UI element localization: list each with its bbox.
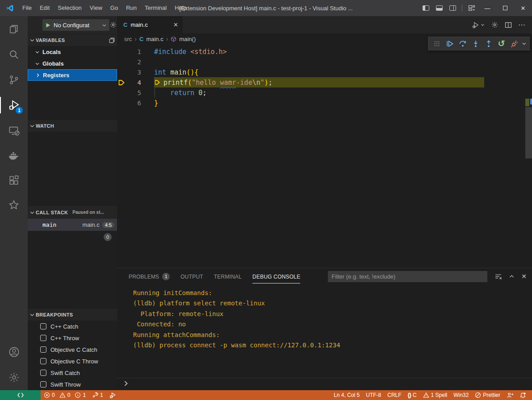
settings-gear-icon[interactable] (491, 21, 498, 29)
cursor-position[interactable]: Ln 4, Col 5 (331, 390, 363, 400)
tools-status[interactable]: 1 (89, 390, 106, 400)
step-over-icon[interactable] (457, 38, 468, 50)
run-or-debug-icon[interactable] (472, 21, 485, 29)
source-control-icon[interactable] (0, 67, 28, 92)
configure-gear-icon[interactable] (109, 21, 117, 29)
toggle-secondary-sidebar-icon[interactable] (446, 0, 459, 16)
notifications-bell-icon[interactable] (516, 390, 529, 400)
scrollbar-slider[interactable] (525, 107, 532, 158)
code-line-5[interactable]: 5 return 0; (117, 88, 532, 98)
console-input-row[interactable] (117, 378, 532, 389)
breakpoint-row[interactable]: Objective C Throw (28, 355, 117, 367)
star-icon[interactable] (0, 192, 28, 217)
close-tab-icon[interactable]: ✕ (173, 21, 178, 28)
eol-indicator[interactable]: CRLF (384, 390, 404, 400)
checkbox[interactable] (40, 346, 46, 353)
spell-checker-status[interactable]: 1 Spell (420, 390, 451, 400)
checkbox[interactable] (40, 381, 46, 388)
code-line-3[interactable]: 3 int main(){ (117, 67, 532, 77)
checkbox[interactable] (40, 358, 46, 364)
remote-explorer-icon[interactable] (0, 118, 28, 143)
breadcrumb-folder[interactable]: src (124, 36, 132, 42)
breakpoints-section-header[interactable]: BREAKPOINTS (28, 308, 117, 321)
menu-selection[interactable]: Selection (54, 0, 85, 16)
split-editor-icon[interactable] (505, 21, 512, 29)
scope-globals[interactable]: Globals (28, 58, 117, 69)
explorer-icon[interactable] (0, 16, 28, 42)
tab-terminal[interactable]: TERMINAL (214, 268, 242, 284)
breakpoint-row[interactable]: Objective C Catch (28, 344, 117, 355)
extensions-icon[interactable] (0, 168, 28, 192)
debug-status[interactable] (106, 390, 119, 400)
run-and-debug-icon[interactable]: 1 (0, 92, 28, 118)
launch-config-dropdown[interactable]: No Configurat (42, 19, 109, 31)
drag-handle-icon[interactable] (431, 38, 442, 50)
checkbox[interactable] (40, 335, 46, 341)
breakpoint-label: Objective C Catch (50, 346, 97, 353)
breakpoint-row[interactable]: Swift Catch (28, 367, 117, 379)
clear-console-icon[interactable] (494, 273, 502, 280)
checkbox[interactable] (40, 370, 46, 376)
remote-indicator[interactable] (0, 390, 41, 400)
overview-ruler[interactable] (525, 44, 532, 268)
restart-icon[interactable]: ↺ (496, 38, 507, 50)
breadcrumb-symbol[interactable]: main() (179, 36, 196, 42)
tab-output[interactable]: OUTPUT (180, 268, 203, 284)
tab-main-c[interactable]: C main.c ✕ (117, 16, 183, 33)
disconnect-icon[interactable] (509, 38, 520, 50)
breadcrumb-file[interactable]: main.c (146, 36, 163, 42)
editor-group: C main.c ✕ ⋯ src (117, 16, 532, 268)
code-line-4-current[interactable]: 4 printf("hello wamr-ide\n"); (117, 77, 532, 88)
breakpoint-row[interactable]: C++ Throw (28, 332, 117, 344)
menu-edit[interactable]: Edit (36, 0, 54, 16)
tab-debug-console[interactable]: DEBUG CONSOLE (252, 268, 300, 284)
minimize-button[interactable]: — (478, 0, 496, 16)
call-stack-section-header[interactable]: CALL STACK Paused on st... (28, 205, 117, 219)
step-into-icon[interactable] (470, 38, 481, 50)
watch-section-header[interactable]: WATCH (28, 120, 117, 132)
chevron-down-icon[interactable] (522, 41, 527, 46)
maximize-button[interactable] (496, 0, 514, 16)
code-line-6[interactable]: 6 } (117, 98, 532, 108)
menu-file[interactable]: File (18, 0, 36, 16)
feedback-icon[interactable] (503, 390, 516, 400)
docker-icon[interactable] (0, 143, 28, 168)
toggle-sidebar-icon[interactable] (419, 0, 432, 16)
code-line-2[interactable]: 2 (117, 57, 532, 67)
more-actions-icon[interactable]: ⋯ (518, 21, 526, 29)
platform-indicator[interactable]: Win32 (450, 390, 472, 400)
start-debug-icon[interactable] (45, 22, 51, 28)
menu-terminal[interactable]: Terminal (141, 0, 171, 16)
scope-locals[interactable]: Locals (28, 46, 117, 58)
tab-problems[interactable]: PROBLEMS 1 (129, 268, 170, 284)
debug-toolbar[interactable]: ↺ (428, 37, 530, 50)
variables-section-header[interactable]: VARIABLES (28, 34, 117, 46)
search-icon[interactable] (0, 42, 28, 67)
account-icon[interactable] (0, 339, 28, 365)
stack-frame-row[interactable]: main main.c 4:5 (28, 219, 117, 231)
encoding-indicator[interactable]: UTF-8 (363, 390, 384, 400)
problems-status[interactable]: 0 0 1 (41, 390, 89, 400)
debug-console-output[interactable]: Running initCommands: (lldb) platform se… (133, 288, 523, 350)
continue-icon[interactable] (444, 38, 455, 50)
menu-go[interactable]: Go (106, 0, 122, 16)
step-out-icon[interactable] (483, 38, 494, 50)
breakpoint-row[interactable]: Swift Throw (28, 379, 117, 390)
language-mode[interactable]: {} C (405, 390, 420, 400)
close-button[interactable]: ✕ (514, 0, 532, 16)
toggle-panel-icon[interactable] (432, 0, 446, 16)
settings-gear-icon[interactable] (0, 365, 28, 390)
maximize-panel-icon[interactable] (509, 274, 515, 279)
checkbox[interactable] (40, 323, 46, 329)
menu-run[interactable]: Run (122, 0, 141, 16)
console-filter-input[interactable] (328, 271, 487, 282)
code-area[interactable]: 1 #include <stdio.h> 2 3 int main(){ 4 p… (117, 44, 532, 268)
customize-layout-icon[interactable] (465, 0, 478, 16)
copy-icon[interactable] (109, 37, 115, 44)
menu-help[interactable]: Help (171, 0, 191, 16)
scope-registers[interactable]: Registers (28, 69, 117, 81)
breakpoint-row[interactable]: C++ Catch (28, 321, 117, 332)
formatter-status[interactable]: Prettier (472, 390, 503, 400)
menu-view[interactable]: View (86, 0, 106, 16)
close-panel-icon[interactable]: ✕ (521, 273, 527, 280)
